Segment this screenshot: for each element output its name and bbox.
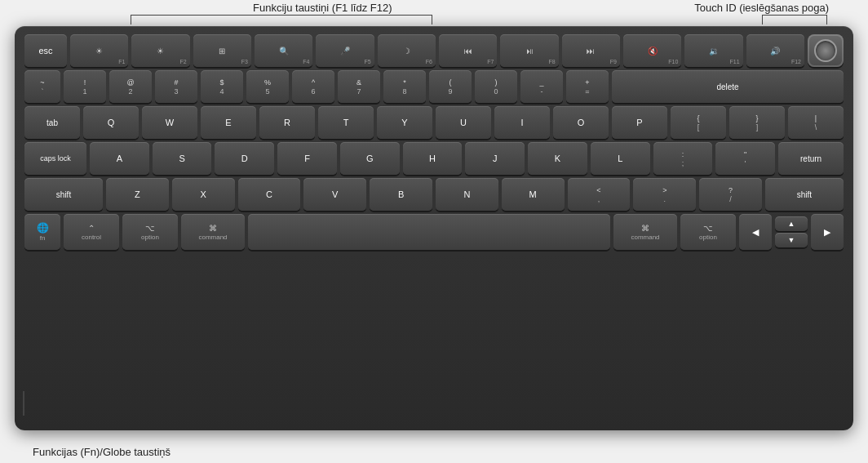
key-k[interactable]: K bbox=[528, 142, 587, 175]
key-f11[interactable]: 🔉F11 bbox=[684, 34, 742, 67]
key-q[interactable]: Q bbox=[83, 106, 139, 139]
key-t[interactable]: T bbox=[318, 106, 374, 139]
key-c[interactable]: C bbox=[238, 178, 301, 211]
key-f9[interactable]: ⏭F9 bbox=[562, 34, 620, 67]
key-bracket-open[interactable]: {[ bbox=[671, 106, 726, 139]
key-b[interactable]: B bbox=[370, 178, 432, 211]
key-4[interactable]: $4 bbox=[201, 70, 243, 103]
key-bracket-close[interactable]: }] bbox=[729, 106, 785, 139]
key-fn-globe[interactable]: 🌐 fn bbox=[24, 214, 60, 250]
key-w[interactable]: W bbox=[142, 106, 197, 139]
key-f[interactable]: F bbox=[277, 142, 337, 175]
key-7[interactable]: &7 bbox=[338, 70, 380, 103]
key-j[interactable]: J bbox=[465, 142, 525, 175]
key-arrow-right[interactable]: ▶ bbox=[811, 214, 844, 250]
key-x[interactable]: X bbox=[172, 178, 235, 211]
zxcv-key-row: shift Z X C V B N M <, >. ?/ shift bbox=[24, 178, 844, 211]
key-capslock[interactable]: caps lock bbox=[24, 142, 86, 175]
key-l[interactable]: L bbox=[591, 142, 650, 175]
key-9[interactable]: (9 bbox=[429, 70, 472, 103]
key-shift-left[interactable]: shift bbox=[24, 178, 103, 211]
key-s[interactable]: S bbox=[153, 142, 212, 175]
fn-key-row: esc ☀F1 ☀F2 ⊞F3 🔍F4 🎤F5 ☽F6 ⏮F7 ⏯F8 ⏭F9 … bbox=[24, 34, 844, 67]
touchid-bracket bbox=[762, 15, 827, 24]
fn-keys-label: Funkciju taustiņi (F1 līdz F12) bbox=[253, 2, 392, 14]
key-n[interactable]: N bbox=[436, 178, 498, 211]
key-tab[interactable]: tab bbox=[24, 106, 80, 139]
key-o[interactable]: O bbox=[553, 106, 609, 139]
key-f4[interactable]: 🔍F4 bbox=[255, 34, 312, 67]
key-0[interactable]: )0 bbox=[475, 70, 517, 103]
key-option-left[interactable]: ⌥ option bbox=[122, 214, 178, 250]
key-5[interactable]: %5 bbox=[246, 70, 289, 103]
key-semicolon[interactable]: :; bbox=[653, 142, 713, 175]
key-u[interactable]: U bbox=[436, 106, 491, 139]
key-f8[interactable]: ⏯F8 bbox=[500, 34, 558, 67]
key-e[interactable]: E bbox=[201, 106, 256, 139]
key-slash[interactable]: ?/ bbox=[699, 178, 762, 211]
key-m[interactable]: M bbox=[502, 178, 565, 211]
key-f7[interactable]: ⏮F7 bbox=[439, 34, 497, 67]
key-command-left[interactable]: ⌘ command bbox=[181, 214, 245, 250]
globe-fn-annotation: Funkcijas (Fn)/Globe taustiņš bbox=[33, 446, 170, 458]
key-period[interactable]: >. bbox=[633, 178, 696, 211]
arrow-up-down-pair: ▲ ▼ bbox=[775, 216, 808, 247]
key-d[interactable]: D bbox=[215, 142, 274, 175]
touchid-sensor bbox=[814, 39, 837, 62]
touchid-label: Touch ID (ieslēgšanas poga) bbox=[694, 2, 829, 14]
key-y[interactable]: Y bbox=[377, 106, 432, 139]
key-6[interactable]: ^6 bbox=[292, 70, 334, 103]
key-arrow-down[interactable]: ▼ bbox=[775, 233, 808, 247]
key-arrow-left[interactable]: ◀ bbox=[739, 214, 772, 250]
key-3[interactable]: #3 bbox=[155, 70, 197, 103]
key-f3[interactable]: ⊞F3 bbox=[193, 34, 251, 67]
key-h[interactable]: H bbox=[403, 142, 463, 175]
bottom-key-row: 🌐 fn ⌃ control ⌥ option ⌘ command ⌘ comm… bbox=[24, 214, 844, 250]
keyboard: esc ☀F1 ☀F2 ⊞F3 🔍F4 🎤F5 ☽F6 ⏮F7 ⏯F8 ⏭F9 … bbox=[15, 26, 853, 430]
key-control-left[interactable]: ⌃ control bbox=[64, 214, 119, 250]
key-f2[interactable]: ☀F2 bbox=[131, 34, 189, 67]
key-f1[interactable]: ☀F1 bbox=[70, 34, 128, 67]
key-backslash[interactable]: |\ bbox=[788, 106, 844, 139]
key-command-right[interactable]: ⌘ command bbox=[613, 214, 677, 250]
qwerty-key-row: tab Q W E R T Y U I O P {[ }] |\ bbox=[24, 106, 844, 139]
key-touchid[interactable] bbox=[808, 34, 844, 67]
key-esc[interactable]: esc bbox=[24, 34, 67, 67]
key-option-right[interactable]: ⌥ option bbox=[680, 214, 736, 250]
key-return[interactable]: return bbox=[778, 142, 844, 175]
key-space[interactable] bbox=[248, 214, 610, 250]
key-backtick[interactable]: ~` bbox=[24, 70, 60, 103]
number-key-row: ~` !1 @2 #3 $4 %5 ^6 &7 *8 (9 )0 bbox=[24, 70, 844, 103]
key-r[interactable]: R bbox=[259, 106, 315, 139]
key-minus[interactable]: _- bbox=[520, 70, 563, 103]
key-comma[interactable]: <, bbox=[568, 178, 631, 211]
fn-keys-bracket bbox=[131, 15, 432, 24]
key-i[interactable]: I bbox=[494, 106, 550, 139]
key-equals[interactable]: += bbox=[566, 70, 609, 103]
key-g[interactable]: G bbox=[340, 142, 400, 175]
key-v[interactable]: V bbox=[303, 178, 366, 211]
key-z[interactable]: Z bbox=[106, 178, 169, 211]
key-shift-right[interactable]: shift bbox=[765, 178, 844, 211]
key-quote[interactable]: "' bbox=[715, 142, 775, 175]
key-p[interactable]: P bbox=[612, 106, 667, 139]
key-f12[interactable]: 🔊F12 bbox=[746, 34, 804, 67]
key-arrow-up[interactable]: ▲ bbox=[775, 216, 808, 231]
key-2[interactable]: @2 bbox=[109, 70, 152, 103]
key-f5[interactable]: 🎤F5 bbox=[316, 34, 374, 67]
key-delete[interactable]: delete bbox=[612, 70, 844, 103]
globe-fn-label: Funkcijas (Fn)/Globe taustiņš bbox=[33, 446, 170, 458]
key-f6[interactable]: ☽F6 bbox=[378, 34, 436, 67]
key-a[interactable]: A bbox=[90, 142, 149, 175]
asdf-key-row: caps lock A S D F G H J K L :; "' return bbox=[24, 142, 844, 175]
key-1[interactable]: !1 bbox=[64, 70, 106, 103]
key-8[interactable]: *8 bbox=[383, 70, 426, 103]
key-f10[interactable]: 🔇F10 bbox=[623, 34, 681, 67]
